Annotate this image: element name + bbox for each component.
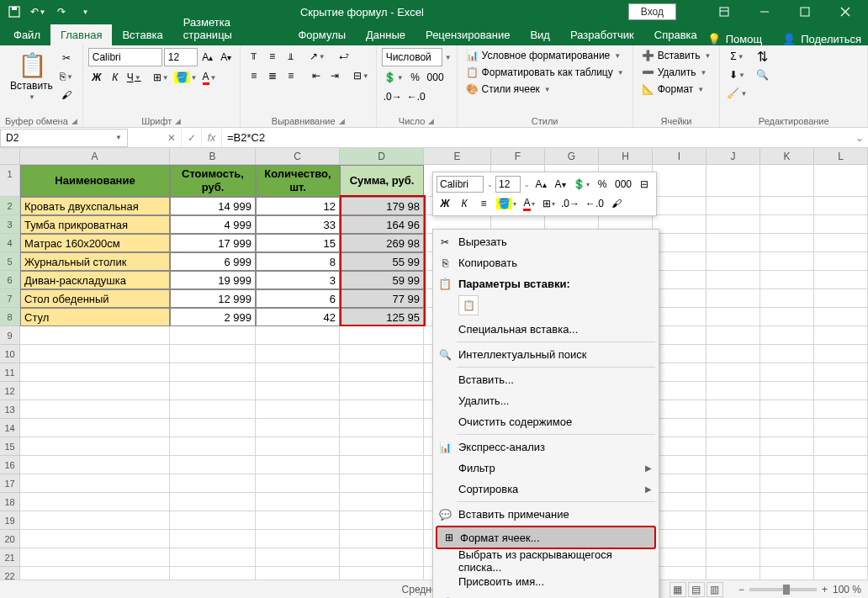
mini-format-painter-icon[interactable]: 🖌: [608, 195, 625, 212]
view-page-break-icon[interactable]: ▥: [707, 582, 723, 597]
mini-merge-icon[interactable]: ⊟: [636, 176, 653, 193]
table-data-cell[interactable]: 8: [256, 252, 340, 271]
mini-align-icon[interactable]: ≡: [475, 195, 492, 212]
table-data-cell[interactable]: 6 999: [170, 252, 256, 271]
copy-icon[interactable]: ⎘▼: [58, 68, 75, 85]
row-header-3[interactable]: 3: [0, 215, 20, 234]
mini-inc-decimal-icon[interactable]: .0→: [559, 195, 581, 212]
merge-icon[interactable]: ⊟▼: [352, 67, 371, 84]
zoom-in-icon[interactable]: +: [822, 584, 828, 595]
paste-option-default[interactable]: 📋: [458, 295, 479, 315]
decrease-indent-icon[interactable]: ⇤: [308, 67, 325, 84]
table-data-cell[interactable]: 179 98: [340, 197, 424, 215]
paste-button[interactable]: Вставить ▼: [5, 48, 58, 104]
col-header-I[interactable]: I: [653, 148, 707, 164]
table-name-cell[interactable]: Журнальный столик: [20, 252, 170, 271]
table-name-cell[interactable]: Стул: [20, 308, 170, 326]
zoom-control[interactable]: − + 100 %: [738, 584, 861, 595]
mini-italic-button[interactable]: К: [456, 195, 473, 212]
mini-size-select[interactable]: [495, 176, 521, 193]
share-icon[interactable]: 👤: [782, 33, 796, 45]
number-launcher[interactable]: ◢: [428, 117, 434, 125]
format-as-table-button[interactable]: 📋 Форматировать как таблицу▼: [463, 65, 627, 80]
fill-icon[interactable]: ⬇▼: [725, 66, 749, 83]
row-header-19[interactable]: 19: [0, 511, 20, 530]
login-button[interactable]: Вход: [628, 3, 676, 20]
table-data-cell[interactable]: 42: [256, 308, 340, 326]
row-header-1[interactable]: 1: [0, 165, 20, 197]
fx-icon[interactable]: fx: [202, 129, 222, 147]
decrease-font-icon[interactable]: A▾: [218, 49, 235, 66]
table-data-cell[interactable]: 12: [256, 197, 340, 215]
mini-font-color-icon[interactable]: A▾: [521, 195, 537, 212]
row-header-21[interactable]: 21: [0, 548, 20, 567]
table-data-cell[interactable]: 77 99: [340, 289, 424, 308]
align-middle-icon[interactable]: ≡: [264, 48, 281, 65]
table-data-cell[interactable]: 15: [256, 234, 340, 252]
table-header[interactable]: Количество, шт.: [256, 165, 340, 197]
ctx-smart-lookup[interactable]: 🔍Интеллектуальный поиск: [433, 344, 659, 365]
table-data-cell[interactable]: 164 96: [340, 215, 424, 234]
bold-button[interactable]: Ж: [88, 69, 105, 86]
increase-decimal-icon[interactable]: .0→: [382, 88, 404, 105]
mini-currency-icon[interactable]: 💲▾: [571, 176, 591, 193]
redo-icon[interactable]: ↷: [50, 2, 72, 22]
share-button[interactable]: Поделиться: [801, 33, 861, 45]
align-bottom-icon[interactable]: ⫫: [283, 48, 299, 65]
find-icon[interactable]: 🔍: [754, 66, 770, 83]
tell-me-icon[interactable]: 💡: [707, 33, 721, 45]
tell-me[interactable]: Помощ: [726, 33, 762, 45]
tab-layout[interactable]: Разметка страницы: [173, 12, 288, 45]
mini-fill-color-icon[interactable]: 🪣▾: [495, 195, 518, 212]
row-header-16[interactable]: 16: [0, 456, 20, 474]
col-header-D[interactable]: D: [340, 148, 424, 164]
cancel-icon[interactable]: ✕: [161, 129, 182, 147]
view-normal-icon[interactable]: ▦: [670, 582, 686, 597]
table-header[interactable]: Сумма, руб.: [340, 165, 424, 197]
tab-help[interactable]: Справка: [644, 24, 707, 45]
table-data-cell[interactable]: 3: [256, 271, 340, 289]
row-header-13[interactable]: 13: [0, 400, 20, 419]
align-top-icon[interactable]: ⫪: [246, 48, 262, 65]
format-cells-ribbon-button[interactable]: 📐 Формат▼: [638, 82, 715, 97]
qat-customize-icon[interactable]: ▼: [74, 2, 96, 22]
mini-font-select[interactable]: [437, 176, 484, 193]
tab-home[interactable]: Главная: [50, 24, 112, 45]
row-header-17[interactable]: 17: [0, 474, 20, 493]
clipboard-launcher[interactable]: ◢: [71, 117, 77, 125]
align-launcher[interactable]: ◢: [339, 117, 345, 125]
table-data-cell[interactable]: 125 95: [340, 308, 424, 326]
row-header-7[interactable]: 7: [0, 289, 20, 308]
font-size-select[interactable]: [164, 48, 198, 66]
ctx-format-cells[interactable]: ⊞Формат ячеек...: [436, 526, 656, 549]
table-data-cell[interactable]: 6: [256, 289, 340, 308]
zoom-out-icon[interactable]: −: [738, 584, 744, 595]
col-header-K[interactable]: K: [760, 148, 814, 164]
ctx-insert-comment[interactable]: 💬Вставить примечание: [433, 504, 659, 525]
cut-icon[interactable]: ✂: [58, 50, 75, 66]
ctx-cut[interactable]: ✂Вырезать: [433, 231, 659, 252]
table-name-cell[interactable]: Кровать двухспальная: [20, 197, 170, 215]
underline-button[interactable]: Ч▼: [125, 69, 143, 86]
tab-developer[interactable]: Разработчик: [560, 24, 644, 45]
cell-styles-button[interactable]: 🎨 Стили ячеек▼: [463, 82, 627, 97]
tab-file[interactable]: Файл: [3, 24, 50, 45]
select-all-corner[interactable]: [0, 148, 20, 164]
align-left-icon[interactable]: ≡: [246, 67, 262, 84]
table-name-cell[interactable]: Диван-раскладушка: [20, 271, 170, 289]
mini-bold-button[interactable]: Ж: [437, 195, 453, 212]
table-data-cell[interactable]: 55 99: [340, 252, 424, 271]
row-header-10[interactable]: 10: [0, 345, 20, 363]
mini-increase-font-icon[interactable]: A▴: [532, 176, 549, 193]
ctx-define-name[interactable]: Присвоить имя...: [433, 571, 659, 592]
increase-font-icon[interactable]: A▴: [199, 49, 216, 66]
table-data-cell[interactable]: 4 999: [170, 215, 256, 234]
name-box[interactable]: D2▼: [0, 129, 128, 147]
minimize-icon[interactable]: [745, 0, 784, 24]
save-icon[interactable]: [3, 2, 25, 22]
maximize-icon[interactable]: [786, 0, 824, 24]
table-data-cell[interactable]: 12 999: [170, 289, 256, 308]
wrap-text-icon[interactable]: ⮐: [336, 48, 352, 65]
currency-icon[interactable]: 💲▼: [382, 69, 405, 86]
row-header-5[interactable]: 5: [0, 252, 20, 271]
